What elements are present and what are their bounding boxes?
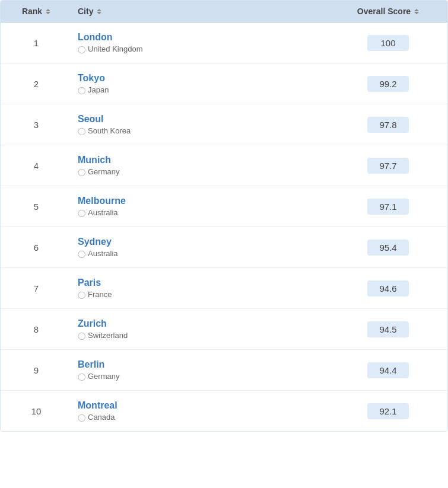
table-row: 5 Melbourne ◯ Australia 97.1 xyxy=(1,186,447,227)
table-header: Rank City Overall Score xyxy=(1,1,447,23)
score-header-label: Overall Score xyxy=(357,7,411,16)
score-cell: 94.6 xyxy=(329,280,447,296)
city-country: ◯ Australia xyxy=(78,208,329,217)
rank-cell: 8 xyxy=(1,324,72,334)
city-country: ◯ Canada xyxy=(78,413,329,422)
rank-cell: 4 xyxy=(1,161,72,171)
rank-cell: 3 xyxy=(1,120,72,130)
score-cell: 100 xyxy=(329,35,447,51)
table-row: 9 Berlin ◯ Germany 94.4 xyxy=(1,350,447,391)
score-cell: 97.8 xyxy=(329,117,447,133)
country-name: Switzerland xyxy=(88,331,128,340)
table-row: 7 Paris ◯ France 94.6 xyxy=(1,268,447,309)
location-icon: ◯ xyxy=(78,372,85,381)
score-cell: 92.1 xyxy=(329,403,447,419)
location-icon: ◯ xyxy=(78,413,85,422)
city-name[interactable]: Tokyo xyxy=(78,73,105,83)
city-cell: Berlin ◯ Germany xyxy=(72,359,329,381)
table-row: 10 Montreal ◯ Canada 92.1 xyxy=(1,391,447,431)
table-row: 6 Sydney ◯ Australia 95.4 xyxy=(1,227,447,268)
location-icon: ◯ xyxy=(78,86,85,94)
score-badge: 100 xyxy=(367,35,409,51)
score-badge: 97.8 xyxy=(367,117,409,133)
city-cell: Seoul ◯ South Korea xyxy=(72,114,329,135)
table-row: 8 Zurich ◯ Switzerland 94.5 xyxy=(1,309,447,350)
score-badge: 92.1 xyxy=(367,403,409,419)
score-badge: 94.5 xyxy=(367,321,409,337)
score-badge: 99.2 xyxy=(367,76,409,92)
city-name[interactable]: Paris xyxy=(78,278,101,288)
location-icon: ◯ xyxy=(78,168,85,176)
rank-column-header[interactable]: Rank xyxy=(1,7,72,16)
location-icon: ◯ xyxy=(78,291,85,299)
table-body: 1 London ◯ United Kingdom 100 2 Tokyo ◯ … xyxy=(1,23,447,431)
country-name: France xyxy=(88,290,112,299)
rank-header-label: Rank xyxy=(22,7,42,16)
city-country: ◯ Japan xyxy=(78,85,329,94)
score-cell: 95.4 xyxy=(329,240,447,256)
city-name[interactable]: Seoul xyxy=(78,114,104,124)
location-icon: ◯ xyxy=(78,45,85,53)
city-country: ◯ United Kingdom xyxy=(78,44,329,53)
city-cell: Montreal ◯ Canada xyxy=(72,400,329,422)
country-name: Australia xyxy=(88,208,118,217)
city-name[interactable]: Melbourne xyxy=(78,196,126,206)
country-name: South Korea xyxy=(88,126,131,135)
score-cell: 97.7 xyxy=(329,158,447,174)
city-country: ◯ Switzerland xyxy=(78,331,329,340)
location-icon: ◯ xyxy=(78,209,85,217)
rankings-table: Rank City Overall Score xyxy=(0,0,448,432)
score-sort-icon xyxy=(414,9,419,14)
location-icon: ◯ xyxy=(78,127,85,135)
table-row: 4 Munich ◯ Germany 97.7 xyxy=(1,145,447,186)
city-country: ◯ Germany xyxy=(78,167,329,176)
city-cell: Munich ◯ Germany xyxy=(72,155,329,176)
score-badge: 97.1 xyxy=(367,199,409,215)
city-name[interactable]: London xyxy=(78,32,113,42)
city-country: ◯ South Korea xyxy=(78,126,329,135)
country-name: United Kingdom xyxy=(88,44,143,53)
score-column-header[interactable]: Overall Score xyxy=(329,7,447,16)
city-name[interactable]: Berlin xyxy=(78,359,104,369)
score-cell: 97.1 xyxy=(329,199,447,215)
city-country: ◯ France xyxy=(78,290,329,299)
table-row: 1 London ◯ United Kingdom 100 xyxy=(1,23,447,63)
city-cell: London ◯ United Kingdom xyxy=(72,32,329,53)
city-country: ◯ Australia xyxy=(78,249,329,258)
city-country: ◯ Germany xyxy=(78,372,329,381)
country-name: Canada xyxy=(88,413,115,422)
score-badge: 94.6 xyxy=(367,280,409,296)
city-name[interactable]: Sydney xyxy=(78,237,112,247)
rank-cell: 9 xyxy=(1,365,72,375)
rank-cell: 2 xyxy=(1,79,72,89)
score-badge: 95.4 xyxy=(367,240,409,256)
city-name[interactable]: Zurich xyxy=(78,318,107,328)
rank-cell: 6 xyxy=(1,243,72,253)
country-name: Germany xyxy=(88,167,119,176)
city-name[interactable]: Montreal xyxy=(78,400,117,410)
rank-cell: 5 xyxy=(1,202,72,212)
score-badge: 97.7 xyxy=(367,158,409,174)
rank-cell: 1 xyxy=(1,38,72,48)
city-cell: Zurich ◯ Switzerland xyxy=(72,318,329,340)
rank-sort-icon xyxy=(46,9,50,14)
country-name: Australia xyxy=(88,249,118,258)
table-row: 2 Tokyo ◯ Japan 99.2 xyxy=(1,63,447,104)
score-badge: 94.4 xyxy=(367,362,409,378)
city-cell: Melbourne ◯ Australia xyxy=(72,196,329,217)
city-cell: Tokyo ◯ Japan xyxy=(72,73,329,94)
rank-cell: 10 xyxy=(1,406,72,416)
location-icon: ◯ xyxy=(78,250,85,258)
city-cell: Sydney ◯ Australia xyxy=(72,237,329,258)
score-cell: 94.5 xyxy=(329,321,447,337)
rank-cell: 7 xyxy=(1,283,72,294)
table-row: 3 Seoul ◯ South Korea 97.8 xyxy=(1,104,447,145)
score-cell: 94.4 xyxy=(329,362,447,378)
country-name: Japan xyxy=(88,85,109,94)
location-icon: ◯ xyxy=(78,331,85,340)
city-header-label: City xyxy=(78,7,93,16)
city-name[interactable]: Munich xyxy=(78,155,111,165)
city-column-header[interactable]: City xyxy=(72,7,329,16)
country-name: Germany xyxy=(88,372,119,381)
city-cell: Paris ◯ France xyxy=(72,278,329,299)
